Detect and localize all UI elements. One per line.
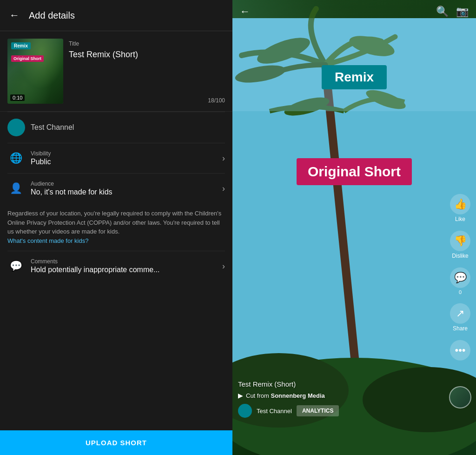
analytics-button[interactable]: ANALYTICS xyxy=(297,405,339,416)
right-panel: ← 🔍 📷 Remix Original Short 👍 Like 👎 Disl… xyxy=(232,0,476,455)
channel-avatar xyxy=(7,119,25,136)
page-title: Add details xyxy=(29,10,75,21)
remix-overlay: Remix xyxy=(322,65,387,89)
title-section: Title 18/100 xyxy=(69,39,225,104)
comments-chevron-icon: › xyxy=(222,261,225,271)
thumbnail: Remix Original Short 0:10 xyxy=(7,39,63,104)
audience-row[interactable]: 👤 Audience No, it's not made for kids › xyxy=(0,174,232,203)
thumbnail-preview xyxy=(449,386,471,408)
coppa-text: Regardless of your location, you're lega… xyxy=(7,210,221,235)
search-icon[interactable]: 🔍 xyxy=(436,6,449,18)
visibility-label: Visibility xyxy=(31,150,216,157)
more-icon: ••• xyxy=(450,340,470,361)
like-label: Like xyxy=(455,216,465,222)
channel-analytics-row: Test Channel ANALYTICS xyxy=(238,404,448,418)
visibility-content: Visibility Public xyxy=(31,150,216,166)
like-icon: 👍 xyxy=(450,194,470,214)
cut-from-row: ▶ Cut from Sonnenberg Media xyxy=(238,392,448,399)
comment-count: 0 xyxy=(459,289,462,295)
side-actions: 👍 Like 👎 Dislike 💬 0 ↗ Share ••• xyxy=(450,194,470,362)
audience-icon: 👤 xyxy=(7,180,24,197)
cut-from-text: Cut from Sonnenberg Media xyxy=(246,392,325,399)
share-icon: ↗ xyxy=(450,303,470,324)
dislike-action[interactable]: 👎 Dislike xyxy=(450,231,470,259)
comments-value: Hold potentially inappropriate comme... xyxy=(31,266,216,274)
video-title: Test Remix (Short) xyxy=(238,380,448,388)
coppa-link[interactable]: What's content made for kids? xyxy=(7,237,88,244)
visibility-icon: 🌐 xyxy=(7,150,24,167)
visibility-chevron-icon: › xyxy=(222,154,225,163)
left-panel: ← Add details Remix Original Short 0:10 … xyxy=(0,0,232,455)
top-bar-right: 🔍 📷 xyxy=(436,6,469,18)
remix-badge: Remix xyxy=(11,42,31,49)
channel-name-small: Test Channel xyxy=(257,408,292,415)
cut-from-channel: Sonnenberg Media xyxy=(271,392,324,399)
channel-row: Test Channel xyxy=(0,112,232,143)
visibility-row[interactable]: 🌐 Visibility Public › xyxy=(0,143,232,173)
top-bar-left: ← xyxy=(240,6,250,18)
share-action[interactable]: ↗ Share xyxy=(450,303,470,332)
comments-label: Comments xyxy=(31,258,216,265)
channel-name: Test Channel xyxy=(31,123,74,132)
small-avatar xyxy=(238,404,252,418)
title-label: Title xyxy=(69,40,225,47)
comments-content: Comments Hold potentially inappropriate … xyxy=(31,258,216,274)
char-count: 18/100 xyxy=(69,69,225,104)
dislike-icon: 👎 xyxy=(450,231,470,251)
comments-action[interactable]: 💬 0 xyxy=(450,268,470,295)
audience-label: Audience xyxy=(31,181,216,187)
dislike-label: Dislike xyxy=(452,253,468,259)
original-badge: Original Short xyxy=(11,55,44,62)
svg-rect-6 xyxy=(232,18,476,111)
like-action[interactable]: 👍 Like xyxy=(450,194,470,222)
video-area: ← 🔍 📷 Remix Original Short 👍 Like 👎 Disl… xyxy=(232,0,476,455)
back-button[interactable]: ← xyxy=(7,7,21,23)
video-info-section: Remix Original Short 0:10 Title 18/100 xyxy=(0,31,232,112)
coppa-section: Regardless of your location, you're lega… xyxy=(0,203,232,251)
comments-row[interactable]: 💬 Comments Hold potentially inappropriat… xyxy=(0,251,232,281)
duration-badge: 0:10 xyxy=(10,94,25,101)
audience-value: No, it's not made for kids xyxy=(31,188,216,196)
play-icon: ▶ xyxy=(238,392,243,399)
top-bar: ← 🔍 📷 xyxy=(232,0,476,23)
more-action[interactable]: ••• xyxy=(450,340,470,362)
original-overlay: Original Short xyxy=(297,158,412,185)
upload-short-button[interactable]: UPLOAD SHORT xyxy=(0,430,232,455)
audience-content: Audience No, it's not made for kids xyxy=(31,181,216,196)
comment-icon: 💬 xyxy=(450,268,470,288)
title-input[interactable] xyxy=(69,50,225,60)
video-bottom-info: Test Remix (Short) ▶ Cut from Sonnenberg… xyxy=(238,380,448,418)
share-label: Share xyxy=(453,325,468,332)
back-icon[interactable]: ← xyxy=(240,6,250,18)
visibility-value: Public xyxy=(31,158,216,166)
comments-icon: 💬 xyxy=(7,258,24,274)
audience-chevron-icon: › xyxy=(222,184,225,194)
camera-icon[interactable]: 📷 xyxy=(456,6,469,18)
header: ← Add details xyxy=(0,0,232,31)
